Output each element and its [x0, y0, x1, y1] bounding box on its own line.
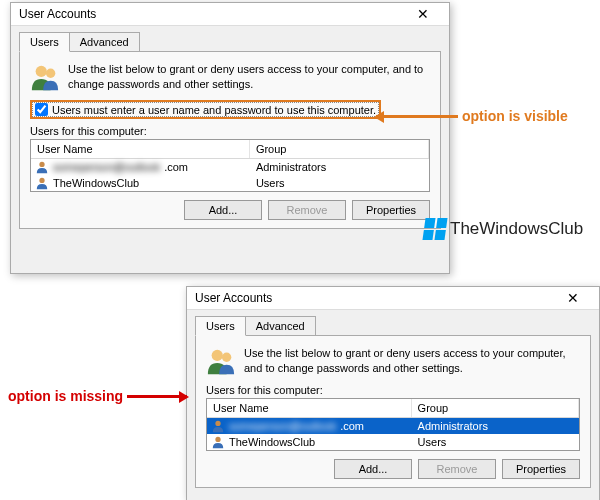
user-icon: [35, 176, 49, 190]
col-username[interactable]: User Name: [207, 399, 412, 417]
close-icon[interactable]: ✕: [555, 291, 591, 305]
svg-point-6: [215, 421, 220, 426]
username-redacted: someperson@outlook: [229, 420, 336, 432]
users-for-computer-label: Users for this computer:: [30, 125, 430, 137]
svg-point-1: [46, 69, 55, 78]
properties-button[interactable]: Properties: [502, 459, 580, 479]
col-group[interactable]: Group: [412, 399, 579, 417]
window-title: User Accounts: [19, 7, 96, 21]
window-title: User Accounts: [195, 291, 272, 305]
user-accounts-dialog-2: User Accounts ✕ Users Advanced Use the l…: [186, 286, 600, 500]
username-redacted: someperson@outlook: [53, 161, 160, 173]
col-group[interactable]: Group: [250, 140, 429, 158]
arrow-icon: [127, 395, 187, 398]
user-accounts-dialog-1: User Accounts ✕ Users Advanced Use the l…: [10, 2, 450, 274]
listview-header: User Name Group: [31, 140, 429, 159]
tabstrip: Users Advanced: [11, 26, 449, 52]
svg-point-2: [39, 162, 44, 167]
tab-advanced[interactable]: Advanced: [245, 316, 316, 336]
user-icon: [211, 435, 225, 449]
listview-header: User Name Group: [207, 399, 579, 418]
watermark: TheWindowsClub: [424, 218, 583, 240]
svg-point-5: [222, 353, 231, 362]
users-listview[interactable]: User Name Group someperson@outlook.com A…: [30, 139, 430, 192]
users-for-computer-label: Users for this computer:: [206, 384, 580, 396]
list-item[interactable]: someperson@outlook.com Administrators: [207, 418, 579, 434]
svg-point-3: [39, 178, 44, 183]
tab-users[interactable]: Users: [19, 32, 70, 52]
svg-point-4: [212, 350, 223, 361]
require-password-checkbox-row[interactable]: Users must enter a user name and passwor…: [30, 100, 381, 119]
add-button[interactable]: Add...: [184, 200, 262, 220]
require-password-checkbox[interactable]: [35, 103, 48, 116]
svg-point-7: [215, 437, 220, 442]
arrow-icon: [376, 115, 458, 118]
col-username[interactable]: User Name: [31, 140, 250, 158]
remove-button[interactable]: Remove: [268, 200, 346, 220]
svg-point-0: [36, 66, 47, 77]
close-icon[interactable]: ✕: [405, 7, 441, 21]
annotation-visible: option is visible: [376, 108, 568, 124]
list-item[interactable]: someperson@outlook.com Administrators: [31, 159, 429, 175]
remove-button[interactable]: Remove: [418, 459, 496, 479]
titlebar: User Accounts ✕: [187, 287, 599, 310]
require-password-label: Users must enter a user name and passwor…: [52, 104, 376, 116]
user-icon: [211, 419, 225, 433]
windows-logo-icon: [422, 218, 447, 240]
tabstrip: Users Advanced: [187, 310, 599, 336]
users-listview[interactable]: User Name Group someperson@outlook.com A…: [206, 398, 580, 451]
add-button[interactable]: Add...: [334, 459, 412, 479]
users-icon: [206, 346, 236, 376]
intro-text: Use the list below to grant or deny user…: [244, 346, 580, 376]
annotation-missing: option is missing: [8, 388, 187, 404]
list-item[interactable]: TheWindowsClub Users: [31, 175, 429, 191]
tab-advanced[interactable]: Advanced: [69, 32, 140, 52]
tab-users[interactable]: Users: [195, 316, 246, 336]
list-item[interactable]: TheWindowsClub Users: [207, 434, 579, 450]
titlebar: User Accounts ✕: [11, 3, 449, 26]
properties-button[interactable]: Properties: [352, 200, 430, 220]
tab-pane-users: Use the list below to grant or deny user…: [19, 51, 441, 229]
user-icon: [35, 160, 49, 174]
intro-text: Use the list below to grant or deny user…: [68, 62, 430, 92]
tab-pane-users: Use the list below to grant or deny user…: [195, 335, 591, 488]
users-icon: [30, 62, 60, 92]
